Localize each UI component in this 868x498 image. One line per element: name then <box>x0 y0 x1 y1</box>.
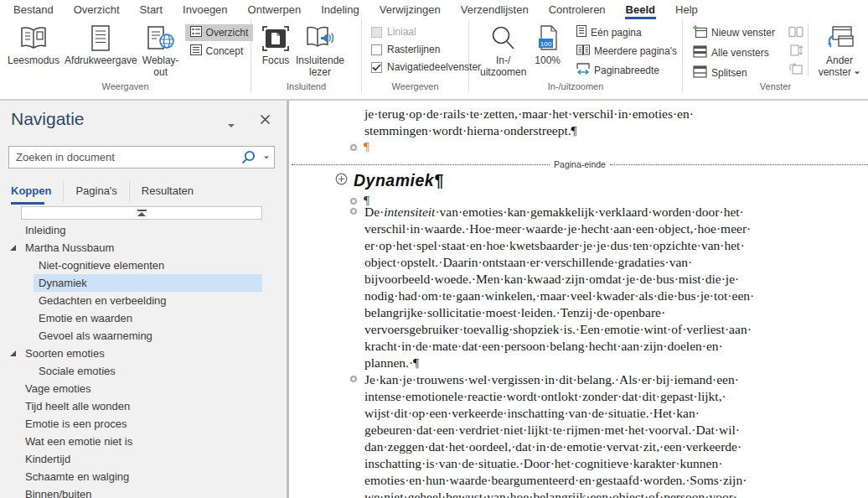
svg-text:100: 100 <box>540 40 551 48</box>
group-label-weergaven: Weergaven <box>0 81 251 91</box>
open-book-icon <box>18 23 49 54</box>
pane-close-button[interactable] <box>260 113 275 128</box>
group-inuitzoomen: In-/ uitzoomen 100 100% Eén pagina <box>469 19 683 92</box>
tab-indeling[interactable]: Indeling <box>311 0 369 19</box>
nav-item-dynamiek-selected[interactable]: Dynamiek <box>0 274 287 292</box>
paginabreedte-button[interactable]: Paginabreedte <box>571 61 682 79</box>
tab-paginas[interactable]: Pagina's <box>64 181 129 202</box>
outline-body-bullet[interactable] <box>350 376 357 382</box>
page-break: Pagina-einde <box>292 159 868 169</box>
outline-body-bullet[interactable] <box>350 208 357 215</box>
weblayout-button[interactable]: Weblay- out <box>140 22 182 79</box>
focus-icon <box>261 23 291 54</box>
group-label-weergeven: Weergeven <box>362 81 468 91</box>
meerdere-paginas-button[interactable]: Meerdere pagina's <box>571 43 682 60</box>
nav-item-wat-een-emotie-niet-is[interactable]: Wat een emotie niet is <box>0 433 287 450</box>
magnifier-icon <box>490 23 517 54</box>
splitsen-label: Splitsen <box>711 67 747 79</box>
tab-overzicht[interactable]: Overzicht <box>64 0 130 19</box>
document-line: we·niet·geheel·bewust·van·hoe·belangrijk… <box>364 489 860 498</box>
document-line: vervoersgebruiker·toevallig·shopziek·is.… <box>364 321 860 338</box>
page-break-label: Pagina-einde <box>550 159 610 169</box>
nav-item-inleiding[interactable]: Inleiding <box>0 221 287 239</box>
alle-vensters-button[interactable]: Alle vensters <box>688 44 780 62</box>
zoom-button[interactable]: In-/ uitzoomen <box>478 22 529 79</box>
collapse-triangle-icon[interactable] <box>10 245 16 251</box>
tab-ontwerpen[interactable]: Ontwerpen <box>238 0 312 19</box>
nav-item-emotie-en-waarden[interactable]: Emotie en waarden <box>0 309 287 327</box>
split-window-icon <box>693 65 707 80</box>
document-line: dan·zeggen·dat·het·oordeel,·dat·in·de·em… <box>364 438 860 455</box>
book-speaker-icon <box>303 23 337 54</box>
concept-view-button[interactable]: Concept <box>185 43 254 60</box>
zoom-100-label: 100% <box>535 54 561 66</box>
splitsen-button[interactable]: Splitsen <box>688 64 780 82</box>
search-icon[interactable] <box>237 150 259 164</box>
nav-item-vage-emoties[interactable]: Vage emoties <box>0 380 287 397</box>
tab-bestand[interactable]: Bestand <box>3 0 64 19</box>
focus-button[interactable]: Focus <box>258 22 293 67</box>
een-pagina-label: Eén pagina <box>591 27 642 39</box>
rasterlijnen-label: Rasterlijnen <box>387 44 440 55</box>
zoom-label-line1: In-/ <box>496 54 510 66</box>
tab-verzendlijsten[interactable]: Verzendlijsten <box>451 0 539 19</box>
nav-item-niet-cognitieve-elementen[interactable]: Niet-cognitieve elementen <box>0 257 287 274</box>
concept-view-label: Concept <box>206 45 244 57</box>
outline-expand-icon[interactable] <box>335 173 348 189</box>
group-insluitend: Focus Insluitende lezer Insluitend <box>251 19 362 92</box>
nav-item-gedachten-en-verbeelding[interactable]: Gedachten en verbeelding <box>0 292 287 309</box>
document-line: plannen.·¶ <box>364 355 860 371</box>
pilcrow-mark: ¶ <box>434 171 443 189</box>
weblayout-label-line2: out <box>153 66 168 78</box>
nav-item-martha-nussbaum[interactable]: Martha Nussbaum <box>0 239 287 257</box>
document-area[interactable]: je·terug·op·de·rails·te·zetten,·maar·het… <box>292 101 868 498</box>
stacked-windows-icon <box>693 45 707 60</box>
insluitende-lezer-label-line2: lezer <box>309 66 331 78</box>
insluitende-lezer-button[interactable]: Insluitende lezer <box>293 22 347 79</box>
page-icon <box>90 23 111 54</box>
tab-koppen-active[interactable]: Koppen <box>11 181 64 202</box>
collapse-triangle-icon[interactable] <box>10 350 16 356</box>
tab-controleren[interactable]: Controleren <box>539 0 616 19</box>
single-page-icon <box>576 25 586 39</box>
focus-label: Focus <box>262 54 290 66</box>
ander-venster-button[interactable]: Ander venster <box>811 22 868 79</box>
scroll-top-icon <box>137 210 147 211</box>
nav-item-kindertijd[interactable]: Kindertijd <box>0 450 287 468</box>
navigatiedeelvenster-checkbox[interactable]: Navigatiedeelvenster <box>371 61 468 73</box>
nav-item-gevoel-als-waarneming[interactable]: Gevoel als waarneming <box>0 327 287 345</box>
overzicht-view-button-selected[interactable]: Overzicht <box>185 24 254 41</box>
nav-item-sociale-emoties[interactable]: Sociale emoties <box>0 362 287 380</box>
document-line: nodig·had·om·te·gaan·winkelen,·maar·veel… <box>364 288 860 304</box>
chevron-down-icon <box>228 124 235 127</box>
scroll-to-top-button[interactable] <box>21 206 262 220</box>
tab-invoegen[interactable]: Invoegen <box>173 0 238 19</box>
nav-item-schaamte-en-walging[interactable]: Schaamte en walging <box>0 468 287 485</box>
tab-resultaten[interactable]: Resultaten <box>130 181 205 202</box>
nav-item-binnen-buiten[interactable]: Binnen/buiten <box>0 485 287 498</box>
window-plus-icon <box>693 25 707 40</box>
rasterlijnen-checkbox[interactable]: Rasterlijnen <box>371 44 468 55</box>
chevron-down-icon <box>855 71 860 74</box>
search-dropdown-button[interactable] <box>259 156 274 159</box>
search-input[interactable] <box>9 151 237 163</box>
heading-text: Dynamiek¶ <box>354 171 444 190</box>
nieuw-venster-button[interactable]: Nieuw venster <box>688 23 780 42</box>
tab-beeld-active[interactable]: Beeld <box>616 0 665 19</box>
ander-venster-label-line1: Ander <box>826 54 853 66</box>
ribbon-groups: Leesmodus Afdrukweergave Weblay- out <box>0 19 868 92</box>
outline-body-bullet[interactable] <box>350 144 357 151</box>
nieuw-venster-label: Nieuw venster <box>711 27 775 39</box>
alle-vensters-label: Alle vensters <box>711 47 769 59</box>
tab-help[interactable]: Help <box>665 0 708 19</box>
afdrukweergave-button[interactable]: Afdrukweergave <box>62 22 140 67</box>
tab-verwijzingen[interactable]: Verwijzingen <box>369 0 451 19</box>
leesmodus-button[interactable]: Leesmodus <box>5 22 62 67</box>
zoom-100-button[interactable]: 100 100% <box>529 22 566 67</box>
nav-item-emotie-is-een-proces[interactable]: Emotie is een proces <box>0 415 287 433</box>
nav-item-soorten-emoties[interactable]: Soorten emoties <box>0 345 287 362</box>
tab-start[interactable]: Start <box>130 0 173 19</box>
nav-item-tijd-heelt-alle-wonden[interactable]: Tijd heelt alle wonden <box>0 397 287 415</box>
pane-options-button[interactable] <box>228 117 241 127</box>
een-pagina-button[interactable]: Eén pagina <box>571 23 682 41</box>
